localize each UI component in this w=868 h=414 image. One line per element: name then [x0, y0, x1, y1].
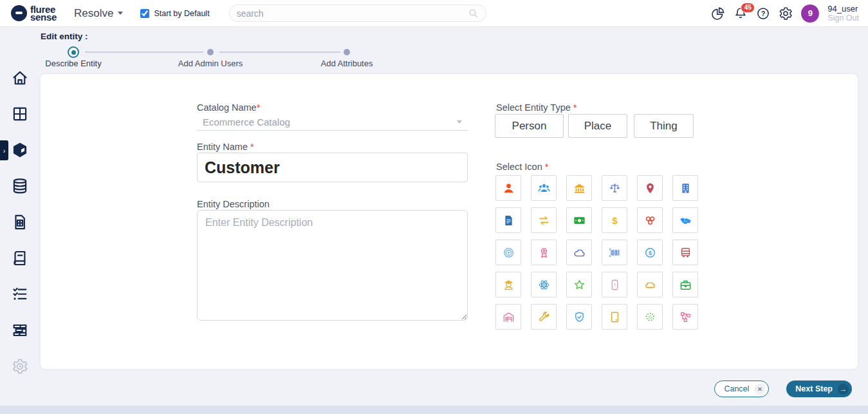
icon-picker-grid: $$!	[495, 175, 698, 330]
icon-option-coins[interactable]	[637, 207, 663, 233]
step-2-indicator[interactable]	[207, 49, 214, 55]
sidebar-item-settings-clock[interactable]	[0, 358, 40, 375]
user-avatar[interactable]: 9	[801, 5, 819, 23]
fluree-logo-icon	[11, 5, 27, 21]
book-icon	[12, 250, 28, 267]
sidebar-item-checklist[interactable]	[0, 286, 40, 303]
sign-out-link[interactable]: Sign Out	[827, 14, 859, 23]
icon-option-file[interactable]	[495, 207, 521, 233]
notification-count-badge: 45	[741, 3, 755, 13]
icon-option-sitemap[interactable]	[672, 304, 698, 330]
icon-option-briefcase[interactable]	[672, 272, 698, 297]
icon-option-map-pin[interactable]	[637, 175, 663, 201]
next-step-button[interactable]: Next Step →	[786, 381, 852, 397]
start-by-default-checkbox[interactable]	[140, 9, 149, 18]
search-input[interactable]	[237, 8, 468, 19]
sidebar-item-entities-cube[interactable]: ›	[0, 142, 40, 159]
money-bill-icon	[573, 214, 586, 227]
sidebar-item-home[interactable]	[0, 70, 40, 87]
icon-option-wrench[interactable]	[531, 304, 557, 330]
step-3-indicator[interactable]	[344, 49, 350, 55]
icon-option-bus[interactable]	[672, 240, 698, 265]
entity-type-thing-button[interactable]: Thing	[634, 114, 694, 138]
start-by-default-toggle: Start by Default	[140, 9, 209, 18]
icon-option-scales[interactable]	[602, 175, 627, 201]
icon-option-bank[interactable]	[566, 175, 592, 201]
step-1-indicator-active[interactable]	[68, 46, 79, 58]
entity-description-textarea[interactable]	[197, 210, 468, 321]
cancel-button[interactable]: Cancel ✕	[714, 381, 769, 397]
file-icon	[503, 214, 515, 227]
icon-option-tablet[interactable]	[602, 304, 627, 330]
sidebar-item-grid[interactable]	[0, 106, 40, 123]
barcode-icon	[609, 247, 621, 259]
icon-option-money-bill[interactable]	[566, 207, 592, 233]
sidebar-item-stack[interactable]	[0, 322, 40, 339]
arrow-right-icon: →	[838, 384, 849, 395]
settings-gear-icon[interactable]	[779, 6, 793, 21]
chevron-down-icon	[118, 12, 123, 15]
analytics-pie-icon[interactable]	[711, 6, 725, 21]
form-actions: Cancel ✕ Next Step →	[714, 381, 852, 397]
icon-option-handshake[interactable]	[672, 207, 698, 233]
warehouse-icon	[503, 311, 515, 323]
cancel-label: Cancel	[724, 384, 749, 393]
entity-name-label: Entity Name*	[197, 142, 254, 152]
bank-icon	[573, 182, 586, 194]
describe-entity-form-card: Catalog Name* Ecommerce Catalog Entity N…	[41, 74, 858, 369]
exchange-icon	[538, 214, 550, 227]
svg-text:$: $	[612, 214, 618, 225]
icon-option-atom[interactable]	[531, 272, 557, 297]
notifications-bell-icon[interactable]: 45	[734, 6, 748, 21]
fluree-sense-logo[interactable]: fluree sense	[11, 5, 57, 21]
active-item-chevron-icon: ›	[0, 140, 8, 160]
icon-option-graduate[interactable]	[495, 272, 521, 297]
icon-option-award[interactable]	[531, 240, 557, 265]
gearclock-icon	[12, 358, 28, 375]
cube-icon	[12, 142, 28, 158]
catalog-name-label: Catalog Name*	[197, 102, 260, 113]
resolve-label: Resolve	[74, 7, 113, 20]
icon-option-warehouse[interactable]	[495, 304, 521, 330]
icon-option-users[interactable]	[531, 175, 557, 201]
users-icon	[538, 182, 550, 194]
brand-text: fluree sense	[30, 6, 57, 21]
bus-icon	[679, 247, 692, 259]
search-bar	[229, 5, 486, 22]
icon-option-dollar[interactable]: $	[602, 207, 627, 233]
database-icon	[12, 178, 28, 194]
coins-icon	[644, 214, 656, 227]
sidebar-item-spreadsheet-file[interactable]	[0, 214, 40, 231]
svg-text:!: !	[614, 282, 616, 288]
icon-option-user[interactable]	[495, 175, 521, 201]
entity-name-input[interactable]	[197, 153, 468, 182]
page-title: Edit entity :	[41, 32, 88, 41]
user-info: 94_user Sign Out	[827, 5, 859, 23]
step-connector-line	[219, 52, 340, 53]
icon-option-mobile-alert[interactable]: !	[602, 272, 627, 297]
icon-option-exchange[interactable]	[531, 207, 557, 233]
sidebar-item-database[interactable]	[0, 178, 40, 195]
icon-option-bullseye[interactable]	[495, 240, 521, 265]
step-2-label: Add Admin Users	[178, 59, 243, 68]
icon-option-barcode[interactable]	[602, 240, 627, 265]
entity-type-place-button[interactable]: Place	[568, 114, 627, 138]
sidebar-item-book[interactable]	[0, 250, 40, 267]
checklist-icon	[12, 286, 28, 303]
select-icon-label: Select Icon*	[496, 162, 548, 172]
help-icon[interactable]: ?	[756, 6, 770, 21]
catalog-name-select[interactable]: Ecommerce Catalog	[197, 113, 468, 131]
icon-option-star[interactable]	[566, 272, 592, 297]
icon-option-cloud[interactable]	[566, 240, 592, 265]
tablet-icon	[609, 311, 621, 323]
stack-icon	[12, 322, 28, 339]
icon-option-badge-dollar[interactable]: $	[637, 240, 663, 265]
sitemap-icon	[679, 311, 692, 323]
icon-option-network-port[interactable]	[637, 272, 663, 297]
resolve-dropdown[interactable]: Resolve	[74, 7, 123, 20]
building-icon	[679, 182, 692, 194]
icon-option-shield-check[interactable]	[566, 304, 592, 330]
icon-option-building[interactable]	[672, 175, 698, 201]
entity-type-person-button[interactable]: Person	[495, 114, 564, 138]
icon-option-gear-dots[interactable]	[637, 304, 663, 330]
